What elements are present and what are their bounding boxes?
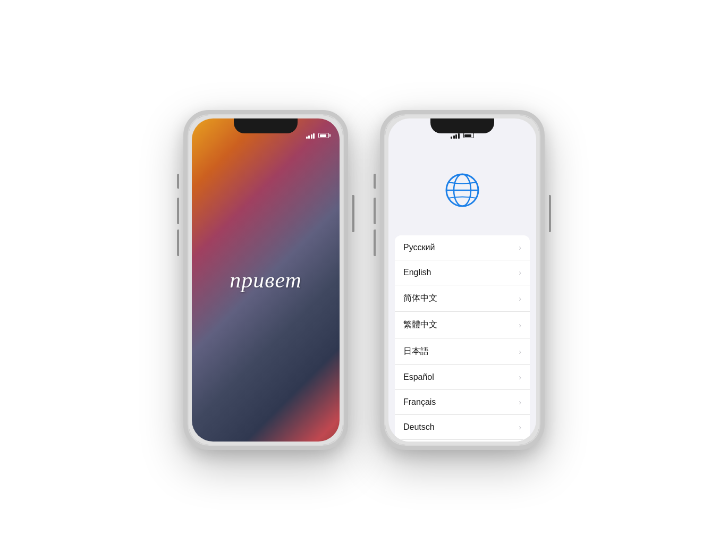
signal-bar-4 xyxy=(313,133,315,139)
signal-bar-3 xyxy=(311,134,312,139)
language-name-traditional-chinese: 繁體中文 xyxy=(403,319,437,330)
language-name-russian: Русский xyxy=(403,243,435,252)
language-name-french: Français xyxy=(403,397,436,407)
volume-down-button[interactable] xyxy=(177,230,179,256)
volume-up-button-right-phone[interactable] xyxy=(374,198,376,224)
mute-button[interactable] xyxy=(177,174,179,189)
language-item-hindi[interactable]: हिन्दी› xyxy=(395,440,530,442)
phone-frame-right: Русский›English›简体中文›繁體中文›日本語›Español›Fr… xyxy=(380,110,545,450)
battery-fill-left xyxy=(320,134,327,137)
signal-bar-r4 xyxy=(458,133,460,139)
language-name-german: Deutsch xyxy=(403,422,435,432)
phone-screen-right: Русский›English›简体中文›繁體中文›日本語›Español›Fr… xyxy=(388,118,536,442)
power-button-right-phone[interactable] xyxy=(549,195,551,232)
signal-bar-r1 xyxy=(451,137,452,139)
globe-icon xyxy=(444,172,481,209)
chevron-icon-simplified-chinese: › xyxy=(519,294,521,303)
signal-bar-r2 xyxy=(453,135,455,139)
language-item-german[interactable]: Deutsch› xyxy=(395,415,530,440)
language-item-russian[interactable]: Русский› xyxy=(395,235,530,260)
signal-bars-left xyxy=(306,132,315,139)
power-button[interactable] xyxy=(352,195,354,232)
volume-up-button[interactable] xyxy=(177,198,179,224)
notch-left xyxy=(234,118,298,133)
right-phone: Русский›English›简体中文›繁體中文›日本語›Español›Fr… xyxy=(380,110,545,450)
language-item-spanish[interactable]: Español› xyxy=(395,365,530,390)
volume-down-button-right-phone[interactable] xyxy=(374,230,376,256)
language-item-simplified-chinese[interactable]: 简体中文› xyxy=(395,285,530,312)
chevron-icon-spanish: › xyxy=(519,373,521,381)
language-list: Русский›English›简体中文›繁體中文›日本語›Español›Fr… xyxy=(395,235,530,442)
notch-right xyxy=(430,118,494,133)
language-name-simplified-chinese: 简体中文 xyxy=(403,293,437,304)
status-icons-left xyxy=(306,132,329,139)
phone-frame-left: привет xyxy=(183,110,348,450)
language-name-japanese: 日本語 xyxy=(403,346,429,357)
left-phone: привет xyxy=(183,110,348,450)
language-item-english[interactable]: English› xyxy=(395,260,530,285)
globe-area xyxy=(388,172,536,209)
battery-icon-right xyxy=(463,133,474,138)
chevron-icon-traditional-chinese: › xyxy=(519,321,521,329)
mute-button-right-phone[interactable] xyxy=(374,174,376,189)
battery-icon-left xyxy=(318,133,329,138)
battery-fill-right xyxy=(464,134,471,137)
chevron-icon-french: › xyxy=(519,398,521,406)
language-item-japanese[interactable]: 日本語› xyxy=(395,338,530,365)
signal-bar-2 xyxy=(308,135,310,139)
language-name-english: English xyxy=(403,268,431,277)
chevron-icon-german: › xyxy=(519,423,521,431)
language-item-french[interactable]: Français› xyxy=(395,390,530,415)
signal-bar-r3 xyxy=(455,134,457,139)
chevron-icon-japanese: › xyxy=(519,347,521,356)
language-name-spanish: Español xyxy=(403,372,434,382)
chevron-icon-russian: › xyxy=(519,243,521,252)
phone-screen-left: привет xyxy=(192,118,340,442)
language-item-traditional-chinese[interactable]: 繁體中文› xyxy=(395,312,530,338)
greeting-text: привет xyxy=(230,267,302,293)
chevron-icon-english: › xyxy=(519,268,521,277)
signal-bar-1 xyxy=(306,137,308,139)
